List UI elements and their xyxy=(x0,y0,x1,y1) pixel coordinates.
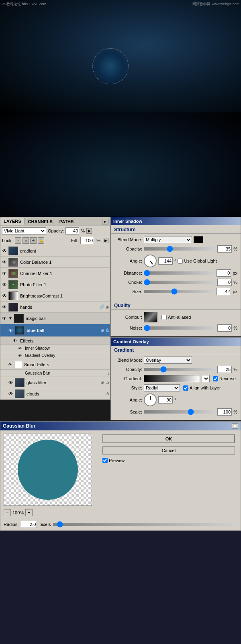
lock-all-icon[interactable]: 🔒 xyxy=(38,237,44,244)
is-noise-row: Noise: % xyxy=(114,324,237,332)
is-opacity-input[interactable] xyxy=(217,245,232,253)
eye-innershadow[interactable]: 👁 xyxy=(16,345,23,352)
layer-row-colorbalance[interactable]: 👁 Color Balance 1 xyxy=(0,257,110,268)
eye-clouds[interactable]: 👁 xyxy=(8,391,14,397)
go-angle-input[interactable] xyxy=(158,396,173,404)
sub-row-gradientoverlay[interactable]: 👁 Gradient Overlay xyxy=(0,352,110,359)
zoom-in-button[interactable]: + xyxy=(25,509,33,516)
gaussian-preview-label[interactable]: Preview xyxy=(102,458,235,463)
is-global-light-label[interactable]: Use Global Light xyxy=(178,259,216,264)
is-distance-input[interactable] xyxy=(216,269,231,277)
is-angle-hand xyxy=(150,261,153,264)
gaussianblur-label: Gaussian Blur xyxy=(24,371,50,375)
sub-row-effects[interactable]: 👁 Effects xyxy=(0,337,110,345)
is-blend-select[interactable]: Multiply xyxy=(144,236,192,243)
lock-move-icon[interactable]: ✛ xyxy=(30,237,37,244)
zoom-out-button[interactable]: − xyxy=(4,509,11,516)
is-contour-preview[interactable] xyxy=(144,312,157,322)
eye-blueball[interactable]: 👁 xyxy=(8,327,14,334)
eye-magicball[interactable]: 👁 xyxy=(1,315,8,322)
is-angle-dial[interactable] xyxy=(144,255,157,267)
eye-smartfilters[interactable]: 👁 xyxy=(7,361,13,368)
is-noise-label: Noise: xyxy=(114,326,142,330)
panel-menu-button[interactable]: ► xyxy=(102,219,108,224)
go-angle-dial[interactable] xyxy=(144,393,157,406)
watermark-tl: PS教程论坛 bbs.16xx8.com xyxy=(2,2,46,7)
go-gradient-bar[interactable] xyxy=(144,375,200,382)
layer-row-gradient[interactable]: 👁 gradient xyxy=(0,245,110,257)
smartfilters-label: Smart Filters xyxy=(23,362,49,367)
go-blend-select[interactable]: Overlay xyxy=(144,357,192,364)
smart-filter-row[interactable]: 👁 Smart Filters xyxy=(0,359,110,370)
lock-transparency-icon[interactable]: ▫ xyxy=(15,237,21,244)
lock-row: Lock: ▫ ☼ ✛ 🔒 Fill: % ▶ xyxy=(0,236,110,245)
is-antialiased-checkbox[interactable] xyxy=(161,315,167,320)
blend-mode-select[interactable]: Vivid Light xyxy=(2,227,46,234)
is-angle-input[interactable] xyxy=(158,257,173,265)
go-reverse-label[interactable]: Reverse xyxy=(213,376,236,381)
go-opacity-input[interactable] xyxy=(217,366,232,373)
layer-row-channelmixer[interactable]: 👁 Channel Mixer 1 xyxy=(0,268,110,279)
is-size-input[interactable] xyxy=(216,288,231,295)
layer-name-photofilter: Photo Filter 1 xyxy=(19,282,109,287)
layer-row-blueball[interactable]: 👁 blue ball ◉ fx xyxy=(0,324,110,337)
eye-hands[interactable]: 👁 xyxy=(1,304,8,310)
gradient-overlay-title: Gradient Overlay xyxy=(111,338,241,346)
is-color-swatch[interactable] xyxy=(194,236,203,243)
go-gradient-select[interactable] xyxy=(202,375,210,382)
is-choke-input[interactable] xyxy=(217,279,232,286)
radius-input[interactable] xyxy=(21,521,37,528)
eye-gradient[interactable]: 👁 xyxy=(1,248,8,254)
align-text: Align with Layer xyxy=(190,385,221,390)
go-align-checkbox[interactable] xyxy=(183,385,188,391)
is-noise-input[interactable] xyxy=(217,324,232,332)
fill-input[interactable] xyxy=(80,237,94,244)
layer-row-clouds[interactable]: 👁 clouds fx xyxy=(0,388,110,399)
go-opacity-slider[interactable] xyxy=(144,368,216,371)
opacity-input[interactable] xyxy=(65,227,79,234)
is-antialiased-label[interactable]: Anti-aliased xyxy=(161,315,191,320)
is-noise-slider[interactable] xyxy=(144,326,216,330)
is-distance-slider[interactable] xyxy=(144,271,215,275)
eye-brightness[interactable]: 👁 xyxy=(1,293,8,299)
eye-photofilter[interactable]: 👁 xyxy=(1,281,8,288)
eye-effects[interactable]: 👁 xyxy=(12,338,18,344)
lock-paint-icon[interactable]: ☼ xyxy=(22,237,29,244)
opacity-arrow[interactable]: ▶ xyxy=(86,228,92,234)
gaussianblur-icon: ↕ xyxy=(108,371,110,375)
fill-arrow[interactable]: ▶ xyxy=(103,238,108,243)
is-opacity-slider[interactable] xyxy=(144,247,216,251)
layer-row-brightness[interactable]: 👁 Brightness/Contrast 1 xyxy=(0,290,110,302)
eye-colorbalance[interactable]: 👁 xyxy=(1,259,8,265)
tab-layers[interactable]: LAYERS xyxy=(0,218,25,225)
go-reverse-checkbox[interactable] xyxy=(213,376,218,381)
is-choke-slider[interactable] xyxy=(144,281,216,284)
eye-glassfilter[interactable]: 👁 xyxy=(8,379,14,386)
gaussian-cancel-button[interactable]: Cancel xyxy=(102,446,235,454)
go-angle-label: Angle: xyxy=(114,397,142,402)
gaussian-close-button[interactable]: ✕ xyxy=(232,423,238,429)
go-scale-slider[interactable] xyxy=(144,410,216,414)
layer-row-glassfilter[interactable]: 👁 glass filter ◉ fx xyxy=(0,377,110,388)
eye-channelmixer[interactable]: 👁 xyxy=(1,270,8,277)
eye-gradientoverlay[interactable]: 👁 xyxy=(16,353,23,359)
tab-channels[interactable]: CHANNELS xyxy=(25,218,56,225)
folder-arrow[interactable]: ▼ xyxy=(8,316,12,320)
thumb-channelmixer xyxy=(8,269,18,278)
sub-row-innershadow[interactable]: 👁 Inner Shadow xyxy=(0,345,110,352)
is-size-slider[interactable] xyxy=(144,290,215,293)
go-scale-input[interactable] xyxy=(217,408,232,416)
sub-row-gaussianblur[interactable]: Gaussian Blur ↕ xyxy=(0,370,110,377)
go-style-select[interactable]: Radial xyxy=(144,384,180,391)
layer-row-photofilter[interactable]: 👁 ● Photo Filter 1 xyxy=(0,279,110,290)
radius-slider[interactable] xyxy=(53,523,237,526)
layer-row-hands[interactable]: 👁 hands 🔗 ◉ xyxy=(0,302,110,313)
is-noise-unit: % xyxy=(233,326,237,330)
tab-paths[interactable]: PATHS xyxy=(56,218,78,225)
layer-row-magicball[interactable]: 👁 ▼ magic ball xyxy=(0,313,110,324)
is-global-light-checkbox[interactable] xyxy=(178,259,183,264)
gaussian-preview-checkbox[interactable] xyxy=(102,458,108,463)
go-align-label[interactable]: Align with Layer xyxy=(183,385,221,391)
eye-gaussianblur[interactable] xyxy=(16,370,23,377)
gaussian-ok-button[interactable]: OK xyxy=(102,434,235,443)
